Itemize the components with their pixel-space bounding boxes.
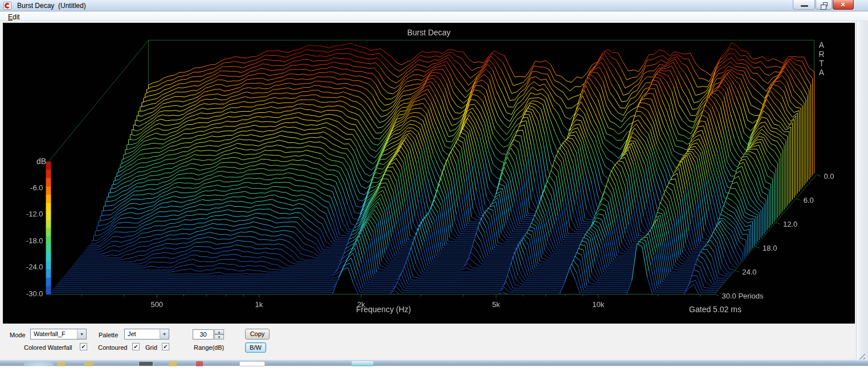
taskbar-icon-hint xyxy=(57,361,65,366)
mode-select[interactable]: Waterfall_F ▼ xyxy=(30,329,87,340)
plot-area: Burst Decay ARTA dB Frequency (Hz) Gated… xyxy=(3,23,855,324)
restore-icon xyxy=(823,2,828,6)
db-axis-label: dB xyxy=(31,157,46,166)
control-bar: Mode Waterfall_F ▼ Palette Jet ▼ 30 ▲ ▼ … xyxy=(0,324,855,359)
contoured-checkbox[interactable]: ✔ xyxy=(132,343,140,350)
menubar: Edit xyxy=(0,12,868,21)
menu-item-edit[interactable]: Edit xyxy=(6,13,22,22)
chevron-down-icon: ▼ xyxy=(160,329,169,339)
taskbar-icon-hint xyxy=(239,361,265,366)
chevron-down-icon: ▼ xyxy=(77,329,86,339)
desktop-sliver xyxy=(0,366,868,372)
start-orb-hint xyxy=(24,361,54,366)
range-db-input[interactable]: 30 xyxy=(193,329,214,340)
close-button[interactable]: ✕ xyxy=(833,0,854,10)
window-bottom-border xyxy=(0,359,868,366)
window-right-border xyxy=(856,21,868,359)
mode-select-value: Waterfall_F xyxy=(34,330,66,337)
minimize-icon xyxy=(801,5,808,7)
gated-label: Gated 5.02 ms xyxy=(653,305,778,314)
range-db-label: Range(dB) xyxy=(194,344,224,351)
taskbar-icon-hint xyxy=(196,361,203,366)
spin-up-icon[interactable]: ▲ xyxy=(214,329,224,334)
chart-title: Burst Decay xyxy=(3,28,855,37)
grid-label: Grid xyxy=(145,344,157,351)
palette-select-value: Jet xyxy=(128,330,136,337)
taskbar-icon-hint xyxy=(352,361,373,366)
titlebar: Burst Decay (Untitled) ✕ xyxy=(0,0,868,11)
arta-watermark: ARTA xyxy=(817,40,826,77)
spin-down-icon[interactable]: ▼ xyxy=(214,334,224,340)
colored-waterfall-label: Colored Waterfall xyxy=(24,344,72,351)
taskbar-icon-hint xyxy=(84,361,93,366)
restore-button[interactable] xyxy=(816,0,832,10)
grid-checkbox[interactable]: ✔ xyxy=(162,343,169,350)
palette-select[interactable]: Jet ▼ xyxy=(124,329,169,340)
app-window: Burst Decay (Untitled) ✕ Edit Burst Deca… xyxy=(0,0,868,372)
copy-button[interactable]: Copy xyxy=(245,329,270,340)
waterfall-canvas xyxy=(3,23,855,324)
mode-label: Mode xyxy=(10,332,26,338)
taskbar-icon-hint xyxy=(169,361,177,366)
range-db-stepper: ▲ ▼ xyxy=(214,329,224,340)
palette-label: Palette xyxy=(99,332,118,338)
close-icon: ✕ xyxy=(841,1,846,9)
window-title: Burst Decay (Untitled) xyxy=(17,2,86,10)
bw-button[interactable]: B/W xyxy=(245,342,266,353)
x-axis-label: Frequency (Hz) xyxy=(338,305,429,314)
colored-waterfall-checkbox[interactable]: ✔ xyxy=(80,343,87,350)
app-icon xyxy=(3,2,11,10)
contoured-label: Contoured xyxy=(98,344,127,351)
minimize-button[interactable] xyxy=(793,0,815,10)
taskbar-icon-hint xyxy=(138,361,153,366)
